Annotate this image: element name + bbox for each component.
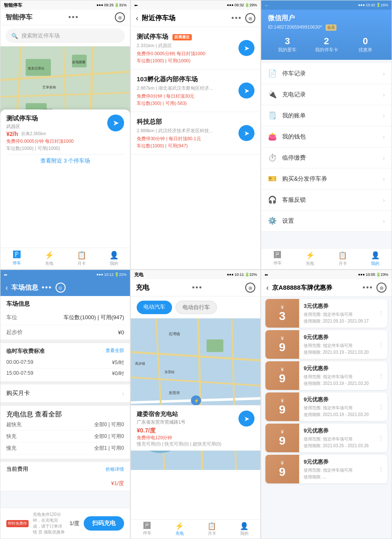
- charge-view-all-btn[interactable]: 查看全部: [35, 411, 62, 418]
- coupon-name-6: 9元优惠券: [304, 458, 371, 466]
- bottom-bar-p4: 即时免费停 充电免停120分钟，在充电完成，请于订单详情 页 领取优惠券 1/度…: [0, 508, 130, 539]
- coupon-more-icon-3[interactable]: ⋮: [378, 372, 384, 379]
- stat-cars[interactable]: 3 我的爱车: [268, 36, 307, 53]
- p2-locate-btn[interactable]: ◎: [245, 13, 255, 23]
- coupon-amount-left-5: ¥ 9: [265, 424, 299, 452]
- coupon-more-icon[interactable]: ⋮: [378, 310, 384, 317]
- coupon-card-1[interactable]: ¥ 3 3元优惠券 使用范围: 指定停车场可用 使用期限: 2021.09.10…: [265, 299, 387, 328]
- menu-bill[interactable]: 🗒️ 我的账单 ›: [261, 105, 392, 126]
- coupon-actions-3: ⋮: [375, 361, 387, 390]
- coupon-card-2[interactable]: ¥ 9 9元优惠券 使用范围: 指定停车场可用 使用期限: 2021.03.19…: [265, 330, 387, 359]
- p3-mine-icon: 👤: [371, 251, 380, 260]
- p4-menu-dots[interactable]: •••: [42, 283, 52, 292]
- nav-mine[interactable]: 👤 我的: [98, 248, 130, 269]
- lot-card-3[interactable]: 科技总部 2.888km | 武汉经济技术开发区科技... 免费停30分钟 | …: [131, 112, 260, 155]
- p5-menu-dots[interactable]: •••: [192, 283, 203, 292]
- station-nav-btn[interactable]: ➤: [238, 411, 254, 427]
- price-detail-link[interactable]: 价格详情: [106, 466, 124, 472]
- nav-p3-parking[interactable]: 🅿 停车: [261, 248, 294, 269]
- menu-service[interactable]: 🎧 客服反锁 ›: [261, 189, 392, 211]
- search-bar[interactable]: 🔍 搜索附近停车场: [5, 29, 125, 43]
- status-icons-p4: ●●● 10:12 🔋22%: [96, 272, 127, 277]
- coupon-actions-2: ⋮: [375, 330, 387, 359]
- coupon-more-icon-4[interactable]: ⋮: [378, 403, 384, 410]
- current-fee-label: 当前费用: [6, 465, 28, 473]
- nearby-link[interactable]: 查看附近 3 个停车场: [6, 154, 124, 167]
- p4-locate-btn[interactable]: ◎: [56, 283, 66, 293]
- coupon-card-3[interactable]: ¥ 9 9元优惠券 使用范围: 指定停车场可用 使用期限: 2021.03.19…: [265, 361, 387, 390]
- p6-back-icon[interactable]: ‹: [266, 283, 269, 292]
- coupon-more-icon-6[interactable]: ⋮: [378, 466, 384, 472]
- menu-buy-coupon[interactable]: 🎫 购买&分发停车券 ›: [261, 168, 392, 189]
- svg-text:石湾镇: 石湾镇: [169, 332, 180, 336]
- buy-monthly-btn[interactable]: 购买月卡 ›: [0, 384, 130, 403]
- nav-p5-mine[interactable]: 👤 我的: [228, 520, 260, 539]
- menu-list: 📄 停车记录 › 🔌 充电记录 › 🗒️ 我的账单 › 👛 我的钱包 › ⏱️ …: [261, 63, 392, 232]
- p6-menu-dots[interactable]: •••: [363, 283, 373, 292]
- charge-title: 充电信息 查看全部: [6, 410, 124, 419]
- menu-parking-records[interactable]: 📄 停车记录 ›: [261, 63, 392, 84]
- charge-map[interactable]: 石湾镇 高步镇 东莞市 东莞西站 大朗镇 沙田镇 东莞站 ⚡ 腾讯地图 建委宿舍…: [131, 318, 260, 470]
- view-all-btn[interactable]: 查看全部: [106, 347, 124, 355]
- coupon-details-5: 9元优惠券 使用范围: 指定停车场可用 使用期限: 2021.03.25 - 2…: [299, 424, 375, 452]
- coupon-card-6[interactable]: ¥ 9 9元优惠券 使用范围: 指定停车场可用 使用期限: ... ⋮: [265, 455, 387, 483]
- svg-text:东莞站: 东莞站: [164, 370, 175, 374]
- nav-p5-charging[interactable]: ⚡ 充电: [163, 520, 196, 539]
- nav-p5-monthly[interactable]: 📋 月卡: [196, 520, 228, 539]
- coupon-card-4[interactable]: ¥ 9 9元优惠券 使用范围: 指定停车场可用 使用期限: 2021.03.19…: [265, 392, 387, 421]
- lot3-nav-btn[interactable]: ➤: [238, 125, 254, 141]
- coupon-name-3: 9元优惠券: [304, 365, 371, 372]
- nav-parking[interactable]: 🅿 停车: [0, 248, 33, 269]
- menu-settings[interactable]: ⚙️ 设置 ›: [261, 211, 392, 232]
- nav-p3-monthly[interactable]: 📋 月卡: [326, 248, 359, 269]
- nav-mine-label: 我的: [110, 261, 118, 267]
- nav-monthly[interactable]: 📋 月卡: [65, 248, 98, 269]
- coupon-use-1: 使用范围: 指定停车场可用: [304, 312, 371, 318]
- lot1-dist: 2.331km | 武昌区: [137, 43, 254, 49]
- coupon-card-5[interactable]: ¥ 9 9元优惠券 使用范围: 指定停车场可用 使用期限: 2021.03.25…: [265, 424, 387, 452]
- user-header: 微信用户 ID:148272065949910630⁴ 会员 3 我的爱车 2 …: [261, 10, 392, 60]
- lot-card-2[interactable]: 103孵化器内部停车场 2.887km | 湖北省武汉市蔡甸区经济... 免费停…: [131, 69, 260, 112]
- p5-locate-btn[interactable]: ◎: [245, 283, 255, 293]
- p2-menu-dots[interactable]: •••: [231, 14, 242, 23]
- back-icon[interactable]: ‹: [136, 14, 138, 23]
- nav-p3-mine[interactable]: 👤 我的: [359, 248, 392, 269]
- nav-charging[interactable]: ⚡ 充电: [33, 248, 65, 269]
- free-tip-badge: 即时免费停: [6, 520, 29, 527]
- stat-cars-label: 我的爱车: [268, 47, 307, 53]
- menu-label-coupon: 购买&分发停车券: [282, 175, 378, 183]
- scan-charge-btn[interactable]: 扫码充电: [84, 516, 124, 531]
- map-area[interactable]: 老友记茶社 金地惠馨 艺享装饰 联创中心未来湾 中国联通 标果园 维也纳3好酒店…: [0, 46, 130, 171]
- coupon-more-icon-5[interactable]: ⋮: [378, 435, 384, 441]
- coupon-more-icon-2[interactable]: ⋮: [378, 341, 384, 348]
- p4-back-icon[interactable]: ‹: [5, 283, 8, 292]
- start-price-value: ¥0: [118, 329, 124, 336]
- nav-p5-parking[interactable]: 🅿 停车: [131, 520, 163, 539]
- lot1-nav-btn[interactable]: ➤: [238, 40, 254, 56]
- stat-coupons[interactable]: 0 优惠券: [346, 36, 385, 53]
- coupon-details-4: 9元优惠券 使用范围: 指定停车场可用 使用期限: 2021.03.19 - 2…: [299, 392, 375, 421]
- monthly-icon: 📋: [77, 251, 86, 260]
- p1-menu-dots[interactable]: •••: [69, 13, 79, 22]
- lot-nav-btn[interactable]: ➤: [107, 115, 124, 131]
- p5-parking-label: 停车: [143, 530, 151, 536]
- nav-p3-charging[interactable]: ⚡ 充电: [294, 248, 327, 269]
- coupon-use-3: 使用范围: 指定停车场可用: [304, 374, 371, 380]
- tab-ebike[interactable]: 电动自行车: [175, 301, 217, 314]
- p6-locate-btn[interactable]: ◎: [376, 283, 387, 293]
- p1-title: 智能停车: [5, 13, 32, 22]
- stat-cards[interactable]: 2 我的停车卡: [307, 36, 346, 53]
- menu-temp-pay[interactable]: ⏱️ 临停缴费 ›: [261, 147, 392, 168]
- coupon-amount-left-6: ¥ 9: [265, 455, 299, 483]
- menu-charging-records[interactable]: 🔌 充电记录 ›: [261, 84, 392, 105]
- p5-monthly-label: 月卡: [208, 531, 216, 536]
- p1-locate-btn[interactable]: ◎: [115, 12, 125, 22]
- p2-header: ‹ 附近停车场 ••• ◎: [131, 10, 260, 27]
- menu-wallet[interactable]: 👛 我的钱包 ›: [261, 126, 392, 147]
- coupon-exp-5: 使用期限: 2021.03.25 - 2021.03.26: [304, 443, 371, 449]
- tab-ev[interactable]: 电动汽车: [137, 301, 172, 314]
- lot2-nav-btn[interactable]: ➤: [238, 83, 254, 99]
- panel-lot-info: ⬅ ●●● 10:12 🔋22% ‹ 车场信息 ••• ◎ 车场信息 车位 车位…: [0, 270, 130, 539]
- lot-card-1[interactable]: 测试停车场 距离最近 2.331km | 武昌区 免费停0.0005分钟| 每日…: [131, 27, 260, 69]
- start-price-row: 起步价 ¥0: [0, 325, 130, 340]
